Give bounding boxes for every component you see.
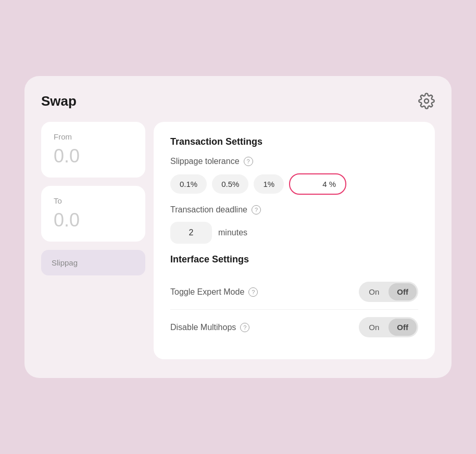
deadline-help-icon[interactable]: ? <box>252 205 261 215</box>
slippage-tolerance-row: Slippage tolerance ? 0.1% 0.5% 1% 4 % <box>170 157 418 195</box>
deadline-input[interactable] <box>170 222 212 244</box>
to-label: To <box>54 196 133 205</box>
interface-settings-section: Interface Settings Toggle Expert Mode ? … <box>170 254 418 345</box>
transaction-settings-title: Transaction Settings <box>170 136 418 147</box>
settings-panel: Transaction Settings Slippage tolerance … <box>154 122 435 359</box>
gear-icon[interactable] <box>418 93 435 109</box>
transaction-deadline-label: Transaction deadline ? <box>170 205 418 215</box>
page-title: Swap <box>41 93 77 109</box>
minutes-label: minutes <box>218 228 247 237</box>
expert-mode-toggle[interactable]: On Off <box>359 282 418 302</box>
left-panel: From 0.0 To 0.0 Slippag <box>41 122 145 359</box>
expert-mode-on-button[interactable]: On <box>360 283 387 300</box>
multihops-toggle[interactable]: On Off <box>359 317 418 337</box>
header: Swap <box>41 93 435 109</box>
slippage-tolerance-label: Slippage tolerance ? <box>170 157 418 166</box>
deadline-row: minutes <box>170 222 418 244</box>
multihops-row: Disable Multihops ? On Off <box>170 310 418 345</box>
transaction-deadline-row: Transaction deadline ? minutes <box>170 205 418 244</box>
multihops-label: Disable Multihops ? <box>170 323 249 332</box>
multihops-help-icon[interactable]: ? <box>240 323 249 332</box>
slippage-05-button[interactable]: 0.5% <box>212 174 248 194</box>
multihops-off-button[interactable]: Off <box>389 319 417 336</box>
outer-card: Swap From 0.0 To 0.0 Slippag T <box>24 76 452 378</box>
expert-mode-off-button[interactable]: Off <box>389 283 417 300</box>
to-value: 0.0 <box>54 209 133 231</box>
expert-mode-help-icon[interactable]: ? <box>248 287 258 297</box>
svg-point-0 <box>424 99 429 103</box>
from-box: From 0.0 <box>41 122 145 178</box>
from-label: From <box>54 132 133 141</box>
slippage-label-box: Slippag <box>41 250 145 275</box>
to-box: To 0.0 <box>41 186 145 242</box>
multihops-on-button[interactable]: On <box>360 319 387 336</box>
from-value: 0.0 <box>54 145 133 167</box>
expert-mode-row: Toggle Expert Mode ? On Off <box>170 274 418 310</box>
slippage-01-button[interactable]: 0.1% <box>170 174 207 194</box>
slippage-options: 0.1% 0.5% 1% 4 % <box>170 173 418 195</box>
expert-mode-label: Toggle Expert Mode ? <box>170 287 258 297</box>
slippage-help-icon[interactable]: ? <box>244 157 253 166</box>
swap-area: From 0.0 To 0.0 Slippag Transaction Sett… <box>41 122 435 359</box>
slippage-custom-button[interactable]: 4 % <box>289 173 346 195</box>
interface-settings-title: Interface Settings <box>170 254 418 265</box>
slippage-short-label: Slippag <box>52 258 78 267</box>
slippage-1-button[interactable]: 1% <box>254 174 284 194</box>
